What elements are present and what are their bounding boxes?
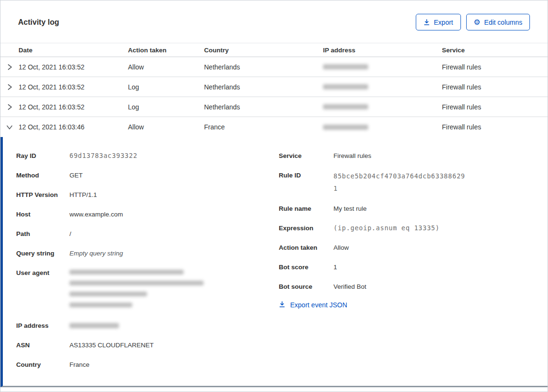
cell-date: 12 Oct, 2021 16:03:52 <box>19 103 128 111</box>
field-host: Host www.example.com <box>16 209 262 220</box>
cell-date: 12 Oct, 2021 16:03:52 <box>19 63 128 71</box>
service-value: Firewall rules <box>333 150 372 161</box>
field-ip-address: IP address <box>16 320 262 331</box>
cell-action-taken: Log <box>128 103 204 111</box>
download-icon <box>423 19 430 26</box>
path-value: / <box>69 228 71 239</box>
cell-date: 12 Oct, 2021 16:03:46 <box>19 123 128 131</box>
rule-name-value: My test rule <box>333 203 367 214</box>
cell-country: Netherlands <box>204 103 323 111</box>
column-header-service: Service <box>442 47 548 54</box>
cell-service: Firewall rules <box>442 103 548 111</box>
export-event-json-link[interactable]: Export event JSON <box>279 301 528 309</box>
country-value: France <box>69 359 89 370</box>
asn-value: AS13335 CLOUDFLARENET <box>69 340 154 351</box>
cell-ip-redacted <box>323 84 442 89</box>
ray-id-value: 69d13783ac393322 <box>69 150 137 161</box>
field-action-taken: Action taken Allow <box>279 242 528 253</box>
cell-country: Netherlands <box>204 63 323 71</box>
cell-service: Firewall rules <box>442 123 548 131</box>
field-method: Method GET <box>16 170 262 181</box>
field-rule-id: Rule ID 85bce5b204cf4703a764dcb633886291 <box>279 170 528 195</box>
cell-ip-redacted <box>323 125 442 130</box>
table-row[interactable]: 12 Oct, 2021 16:03:52 Log Netherlands Fi… <box>0 77 548 97</box>
field-query-string: Query string Empty query string <box>16 248 262 259</box>
column-header-country: Country <box>204 47 323 54</box>
detail-right-column: Service Firewall rules Rule ID 85bce5b20… <box>262 150 528 386</box>
column-header-action-taken: Action taken <box>128 47 204 54</box>
field-country: Country France <box>16 359 262 370</box>
table-row[interactable]: 12 Oct, 2021 16:03:52 Allow Netherlands … <box>0 57 548 77</box>
table-row[interactable]: 12 Oct, 2021 16:03:52 Log Netherlands Fi… <box>0 97 548 117</box>
chevron-down-icon <box>6 124 13 130</box>
field-user-agent: User agent <box>16 267 262 314</box>
expand-row-button[interactable] <box>0 103 19 111</box>
cell-action-taken: Allow <box>128 63 204 71</box>
http-version-value: HTTP/1.1 <box>69 189 97 200</box>
cell-service: Firewall rules <box>442 63 548 71</box>
cell-country: Netherlands <box>204 83 323 91</box>
bot-score-value: 1 <box>333 262 337 273</box>
field-rule-name: Rule name My test rule <box>279 203 528 214</box>
header-actions: Export ⚙ Edit columns <box>416 14 530 30</box>
method-value: GET <box>69 170 83 181</box>
field-bot-source: Bot source Verified Bot <box>279 281 528 292</box>
chevron-right-icon <box>6 63 13 71</box>
field-expression: Expression (ip.geoip.asnum eq 13335) <box>279 223 528 234</box>
cell-ip-redacted <box>323 64 442 69</box>
page-title: Activity log <box>18 18 59 27</box>
expression-value: (ip.geoip.asnum eq 13335) <box>333 223 440 234</box>
edit-columns-button[interactable]: ⚙ Edit columns <box>466 14 530 30</box>
query-string-value: Empty query string <box>69 248 123 259</box>
cell-service: Firewall rules <box>442 83 548 91</box>
export-button[interactable]: Export <box>416 14 460 30</box>
edit-columns-button-label: Edit columns <box>484 19 522 26</box>
rule-id-value: 85bce5b204cf4703a764dcb633886291 <box>333 170 469 195</box>
action-taken-value: Allow <box>333 242 349 253</box>
ip-address-value-redacted <box>69 320 119 331</box>
field-path: Path / <box>16 228 262 239</box>
table-header: Date Action taken Country IP address Ser… <box>0 43 548 57</box>
cell-ip-redacted <box>323 104 442 109</box>
activity-log-screen: Activity log Export ⚙ Edit columns Date … <box>0 0 548 392</box>
download-icon <box>279 301 285 309</box>
user-agent-value-redacted <box>69 267 204 314</box>
page-header: Activity log Export ⚙ Edit columns <box>0 0 548 43</box>
column-header-date: Date <box>19 47 128 54</box>
field-asn: ASN AS13335 CLOUDFLARENET <box>16 340 262 351</box>
field-service: Service Firewall rules <box>279 150 528 161</box>
field-http-version: HTTP Version HTTP/1.1 <box>16 189 262 200</box>
collapse-row-button[interactable] <box>0 124 19 130</box>
event-detail-panel: Ray ID 69d13783ac393322 Method GET HTTP … <box>0 137 548 387</box>
cell-country: France <box>204 123 323 131</box>
host-value: www.example.com <box>69 209 123 220</box>
gear-icon: ⚙ <box>474 19 480 26</box>
column-header-ip-address: IP address <box>323 47 442 54</box>
export-button-label: Export <box>434 19 453 26</box>
field-bot-score: Bot score 1 <box>279 262 528 273</box>
cell-action-taken: Allow <box>128 123 204 131</box>
export-event-json-label: Export event JSON <box>290 301 347 309</box>
detail-left-column: Ray ID 69d13783ac393322 Method GET HTTP … <box>16 150 262 386</box>
bot-source-value: Verified Bot <box>333 281 366 292</box>
chevron-right-icon <box>6 103 13 111</box>
field-ray-id: Ray ID 69d13783ac393322 <box>16 150 262 161</box>
expand-row-button[interactable] <box>0 63 19 71</box>
expand-row-button[interactable] <box>0 83 19 91</box>
cell-date: 12 Oct, 2021 16:03:52 <box>19 83 128 91</box>
cell-action-taken: Log <box>128 83 204 91</box>
chevron-right-icon <box>6 83 13 91</box>
table-row-expanded[interactable]: 12 Oct, 2021 16:03:46 Allow France Firew… <box>0 117 548 137</box>
